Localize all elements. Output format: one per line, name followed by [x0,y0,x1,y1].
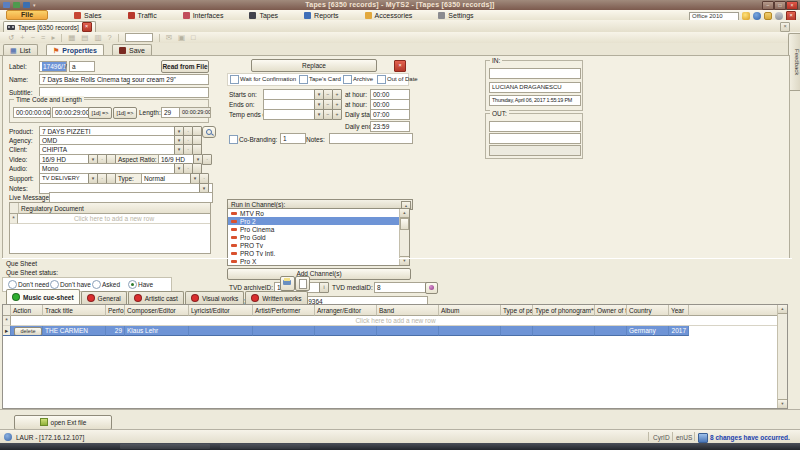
channel-item[interactable]: PRO Tv [228,241,409,249]
toolbar-input[interactable] [125,33,153,42]
replace-button[interactable]: Replace [251,59,377,72]
tab-music-cue-sheet[interactable]: Music cue-sheet [6,289,80,304]
tc-shift-button-2[interactable]: [1d] => [113,107,137,119]
channel-item[interactable]: MTV Ro [228,209,409,217]
tc-start-field[interactable]: 00:00:00:00 [13,107,51,118]
replace-clear-icon[interactable]: × [394,60,406,72]
regdoc-addrow[interactable]: Click here to add a new row [18,214,210,224]
tab-close-icon[interactable]: × [82,22,92,32]
tvd-media-field[interactable]: 8 [374,282,428,293]
menu-traffic[interactable]: Traffic [128,12,157,19]
radio-dont-have[interactable] [50,280,59,289]
in-user-field[interactable]: LUCIANA DRAGANESCU [489,82,581,93]
table-add-row[interactable]: * Click here to add a new row [3,316,780,326]
col-band[interactable]: Band [377,305,439,316]
export-cuesheet-button[interactable] [295,276,310,291]
menu-reports[interactable]: Reports [304,12,339,19]
tab-visual-works[interactable]: Visual works [185,291,244,304]
add-icon[interactable]: + [20,33,24,42]
next-icon[interactable]: ▸ [51,33,55,42]
col-lyricist[interactable]: Lyricist/Editor [189,305,253,316]
scroll-up-icon[interactable]: ▴ [778,305,787,314]
col-type-pe[interactable]: Type of pe... [501,305,533,316]
delete-button[interactable]: delete [14,327,42,336]
col-arranger[interactable]: Arranger/Editor [315,305,377,316]
open-ext-file-button[interactable]: open Ext file [14,415,112,430]
radio-dont-need[interactable] [8,280,17,289]
table-scrollbar[interactable]: ▴ ▾ [777,305,787,408]
add-channels-button[interactable]: Add Channel(s) [227,268,411,280]
wait-confirmation-checkbox[interactable] [230,75,239,84]
bulb-icon[interactable] [742,12,750,20]
length-field[interactable]: 29 [161,107,181,118]
add-row-text[interactable]: Click here to add a new row [11,316,780,326]
channel-item[interactable]: PRO Tv Intl. [228,249,409,257]
close-button[interactable]: × [786,1,798,10]
undo-icon[interactable]: ↺ [8,33,14,42]
aspect-edit-icon[interactable]: · [202,154,212,165]
radio-asked[interactable] [92,280,101,289]
daily-start-field[interactable]: 07:00 [370,109,410,120]
in-date-field[interactable]: Thursday, April 06, 2017 1:55:19 PM [489,95,581,106]
status-message[interactable]: 8 changes have occurred. [710,434,790,441]
maximize-button[interactable]: □ [774,1,786,10]
list-icon[interactable]: ▤ [81,33,88,42]
in-field-1[interactable] [489,68,581,79]
out-of-date-checkbox[interactable] [377,75,386,84]
mail-icon[interactable]: ✉ [166,33,172,42]
grid-icon[interactable]: ▦ [68,33,75,42]
tc-end-field[interactable]: 00:00:29:00 [52,107,90,118]
product-search-icon[interactable] [202,126,216,138]
scroll-down-icon[interactable]: ▾ [778,399,787,408]
col-year[interactable]: Year [669,305,689,316]
name-field[interactable]: 7 Days Bake Rolls Cinema tag sour cream … [39,74,209,85]
tab-artistic-cast[interactable]: Artistic cast [128,291,184,304]
daily-end-field[interactable]: 23:59 [370,121,410,132]
minimize-button[interactable]: – [762,1,774,10]
menu-sales[interactable]: Sales [74,12,102,19]
col-type-phonogram[interactable]: Type of phonogram** [533,305,595,316]
tab-tapes[interactable]: Tapes [6350 records] × [3,21,96,32]
label-field[interactable]: 17496/1 [39,61,67,72]
col-album[interactable]: Album [439,305,501,316]
channel-item[interactable]: Pro Gold [228,233,409,241]
table-row[interactable]: ▸ delete THE CARMEN 29 Klaus Lehr German… [3,326,780,336]
tab-strip-close-button[interactable]: × [780,22,790,32]
rows-icon[interactable]: ▥ [94,33,101,42]
channel-item-selected[interactable]: Pro 2 [228,217,409,225]
cobranding-notes-field[interactable] [329,133,413,144]
cobranding-field[interactable]: 1 [280,133,306,144]
out-field-1[interactable] [489,121,581,132]
box-icon[interactable]: □ [191,33,196,42]
col-artist[interactable]: Artist/Performer [253,305,315,316]
menu-accessories[interactable]: Accessories [365,12,413,19]
folder-icon[interactable] [764,12,772,20]
equals-icon[interactable]: = [41,33,45,42]
tab-written-works[interactable]: Written works [245,291,307,304]
col-action[interactable]: Action [11,305,43,316]
print-cuesheet-button[interactable] [280,276,295,291]
col-owner[interactable]: Owner of t... [595,305,627,316]
radio-have[interactable] [128,280,137,289]
refresh-icon[interactable] [753,12,761,20]
col-composer[interactable]: Composer/Editor [125,305,189,316]
remove-icon[interactable]: − [31,33,35,42]
tvd-link-icon[interactable] [425,282,438,294]
out-field-2[interactable] [489,133,581,144]
col-country[interactable]: Country [627,305,669,316]
tvd-archive-info-icon[interactable]: i [319,282,329,293]
temp-ends-plus-icon[interactable]: + [332,109,342,120]
archive-checkbox[interactable] [343,75,352,84]
scroll-thumb[interactable] [400,218,409,230]
tapes-card-checkbox[interactable] [299,75,308,84]
taskbar[interactable] [0,443,800,450]
col-perfo[interactable]: Perfo... [106,305,125,316]
col-track-title[interactable]: Track title [43,305,106,316]
read-from-file-button[interactable]: Read from File [161,60,209,73]
tab-general[interactable]: General [81,291,127,304]
taskbar-button[interactable] [120,444,210,449]
menu-tapes[interactable]: Tapes [249,12,278,19]
menu-interfaces[interactable]: Interfaces [183,12,224,19]
menu-file[interactable]: File [6,10,48,20]
taskbar-button[interactable] [220,444,310,449]
